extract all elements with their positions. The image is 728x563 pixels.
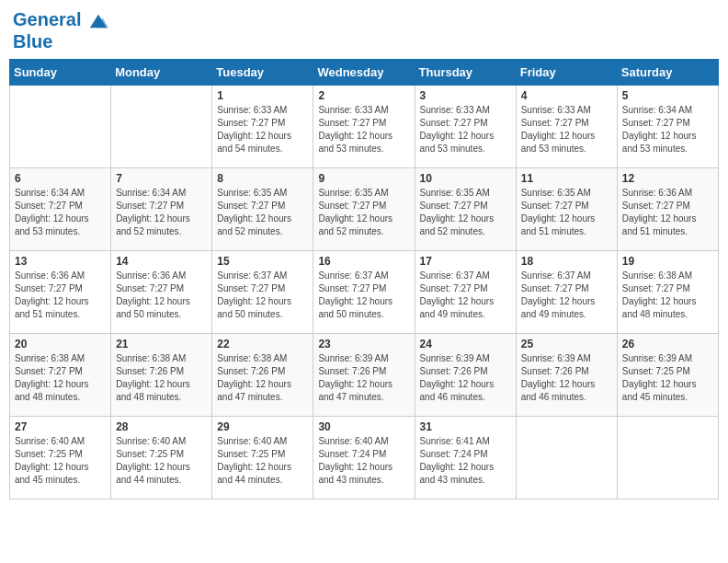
day-number: 15: [217, 255, 308, 268]
page-header: General Blue: [9, 9, 719, 52]
logo-blue: Blue: [13, 31, 108, 52]
calendar-cell: [516, 416, 617, 499]
calendar-cell: 31Sunrise: 6:41 AM Sunset: 7:24 PM Dayli…: [415, 416, 516, 499]
day-info: Sunrise: 6:40 AM Sunset: 7:25 PM Dayligh…: [116, 435, 207, 487]
day-info: Sunrise: 6:39 AM Sunset: 7:26 PM Dayligh…: [521, 352, 612, 404]
day-info: Sunrise: 6:35 AM Sunset: 7:27 PM Dayligh…: [318, 187, 409, 238]
calendar-cell: 5Sunrise: 6:34 AM Sunset: 7:27 PM Daylig…: [617, 85, 718, 167]
day-number: 24: [420, 338, 511, 350]
day-number: 30: [318, 420, 409, 433]
day-info: Sunrise: 6:38 AM Sunset: 7:27 PM Dayligh…: [622, 270, 713, 321]
calendar-cell: 4Sunrise: 6:33 AM Sunset: 7:27 PM Daylig…: [516, 85, 617, 167]
day-info: Sunrise: 6:35 AM Sunset: 7:27 PM Dayligh…: [217, 187, 308, 238]
day-info: Sunrise: 6:37 AM Sunset: 7:27 PM Dayligh…: [318, 270, 409, 321]
day-number: 19: [622, 255, 713, 268]
day-number: 22: [217, 338, 308, 350]
calendar-cell: 27Sunrise: 6:40 AM Sunset: 7:25 PM Dayli…: [10, 416, 111, 499]
calendar-cell: 18Sunrise: 6:37 AM Sunset: 7:27 PM Dayli…: [516, 250, 617, 333]
day-info: Sunrise: 6:40 AM Sunset: 7:25 PM Dayligh…: [217, 435, 308, 487]
day-info: Sunrise: 6:34 AM Sunset: 7:27 PM Dayligh…: [116, 187, 207, 238]
day-info: Sunrise: 6:35 AM Sunset: 7:27 PM Dayligh…: [521, 187, 612, 238]
calendar-cell: 2Sunrise: 6:33 AM Sunset: 7:27 PM Daylig…: [313, 85, 415, 167]
day-number: 18: [521, 255, 612, 268]
day-info: Sunrise: 6:35 AM Sunset: 7:27 PM Dayligh…: [420, 187, 511, 238]
day-number: 20: [15, 338, 106, 350]
calendar-cell: 16Sunrise: 6:37 AM Sunset: 7:27 PM Dayli…: [313, 250, 415, 333]
day-info: Sunrise: 6:39 AM Sunset: 7:26 PM Dayligh…: [420, 352, 511, 404]
day-number: 16: [318, 255, 409, 268]
day-number: 1: [217, 89, 308, 102]
day-number: 10: [420, 172, 511, 185]
day-info: Sunrise: 6:33 AM Sunset: 7:27 PM Dayligh…: [217, 104, 308, 155]
day-number: 9: [318, 172, 409, 185]
calendar-week-1: 1Sunrise: 6:33 AM Sunset: 7:27 PM Daylig…: [10, 85, 719, 167]
day-number: 5: [622, 89, 713, 102]
calendar-cell: 10Sunrise: 6:35 AM Sunset: 7:27 PM Dayli…: [415, 167, 516, 250]
calendar-cell: 23Sunrise: 6:39 AM Sunset: 7:26 PM Dayli…: [313, 333, 415, 416]
day-number: 13: [15, 255, 106, 268]
day-info: Sunrise: 6:39 AM Sunset: 7:25 PM Dayligh…: [622, 352, 713, 404]
calendar-cell: 8Sunrise: 6:35 AM Sunset: 7:27 PM Daylig…: [212, 167, 313, 250]
calendar-cell: 13Sunrise: 6:36 AM Sunset: 7:27 PM Dayli…: [10, 250, 111, 333]
calendar-cell: 26Sunrise: 6:39 AM Sunset: 7:25 PM Dayli…: [617, 333, 718, 416]
calendar-cell: 3Sunrise: 6:33 AM Sunset: 7:27 PM Daylig…: [415, 85, 516, 167]
day-info: Sunrise: 6:33 AM Sunset: 7:27 PM Dayligh…: [420, 104, 511, 155]
day-info: Sunrise: 6:37 AM Sunset: 7:27 PM Dayligh…: [521, 270, 612, 321]
calendar-cell: 22Sunrise: 6:38 AM Sunset: 7:26 PM Dayli…: [212, 333, 313, 416]
logo-text: General: [13, 9, 108, 31]
calendar-cell: 30Sunrise: 6:40 AM Sunset: 7:24 PM Dayli…: [313, 416, 415, 499]
weekday-header-wednesday: Wednesday: [313, 59, 415, 85]
logo-icon: [88, 11, 108, 31]
day-number: 31: [420, 420, 511, 433]
day-info: Sunrise: 6:37 AM Sunset: 7:27 PM Dayligh…: [420, 270, 511, 321]
calendar-cell: 14Sunrise: 6:36 AM Sunset: 7:27 PM Dayli…: [111, 250, 212, 333]
day-info: Sunrise: 6:41 AM Sunset: 7:24 PM Dayligh…: [420, 435, 511, 487]
day-number: 28: [116, 420, 207, 433]
calendar-week-5: 27Sunrise: 6:40 AM Sunset: 7:25 PM Dayli…: [10, 416, 719, 499]
calendar-cell: 12Sunrise: 6:36 AM Sunset: 7:27 PM Dayli…: [617, 167, 718, 250]
day-info: Sunrise: 6:33 AM Sunset: 7:27 PM Dayligh…: [521, 104, 612, 155]
day-info: Sunrise: 6:34 AM Sunset: 7:27 PM Dayligh…: [15, 187, 106, 238]
calendar-cell: 24Sunrise: 6:39 AM Sunset: 7:26 PM Dayli…: [415, 333, 516, 416]
day-number: 2: [318, 89, 409, 102]
day-number: 21: [116, 338, 207, 350]
day-number: 27: [15, 420, 106, 433]
day-number: 6: [15, 172, 106, 185]
day-number: 4: [521, 89, 612, 102]
weekday-header-tuesday: Tuesday: [212, 59, 313, 85]
calendar-cell: 1Sunrise: 6:33 AM Sunset: 7:27 PM Daylig…: [212, 85, 313, 167]
day-info: Sunrise: 6:40 AM Sunset: 7:24 PM Dayligh…: [318, 435, 409, 487]
calendar-cell: 20Sunrise: 6:38 AM Sunset: 7:27 PM Dayli…: [10, 333, 111, 416]
day-info: Sunrise: 6:38 AM Sunset: 7:26 PM Dayligh…: [217, 352, 308, 404]
calendar-cell: 28Sunrise: 6:40 AM Sunset: 7:25 PM Dayli…: [111, 416, 212, 499]
calendar-cell: 6Sunrise: 6:34 AM Sunset: 7:27 PM Daylig…: [10, 167, 111, 250]
day-number: 29: [217, 420, 308, 433]
calendar-cell: 7Sunrise: 6:34 AM Sunset: 7:27 PM Daylig…: [111, 167, 212, 250]
calendar-cell: [111, 85, 212, 167]
day-number: 3: [420, 89, 511, 102]
day-info: Sunrise: 6:34 AM Sunset: 7:27 PM Dayligh…: [622, 104, 713, 155]
calendar-cell: 21Sunrise: 6:38 AM Sunset: 7:26 PM Dayli…: [111, 333, 212, 416]
day-info: Sunrise: 6:36 AM Sunset: 7:27 PM Dayligh…: [15, 270, 106, 321]
weekday-header-sunday: Sunday: [10, 59, 111, 85]
day-info: Sunrise: 6:36 AM Sunset: 7:27 PM Dayligh…: [622, 187, 713, 238]
day-info: Sunrise: 6:38 AM Sunset: 7:26 PM Dayligh…: [116, 352, 207, 404]
day-number: 17: [420, 255, 511, 268]
day-info: Sunrise: 6:40 AM Sunset: 7:25 PM Dayligh…: [15, 435, 106, 487]
calendar-cell: 29Sunrise: 6:40 AM Sunset: 7:25 PM Dayli…: [212, 416, 313, 499]
day-number: 8: [217, 172, 308, 185]
day-number: 12: [622, 172, 713, 185]
calendar-week-4: 20Sunrise: 6:38 AM Sunset: 7:27 PM Dayli…: [10, 333, 719, 416]
weekday-header-thursday: Thursday: [415, 59, 516, 85]
day-info: Sunrise: 6:38 AM Sunset: 7:27 PM Dayligh…: [15, 352, 106, 404]
calendar-cell: 25Sunrise: 6:39 AM Sunset: 7:26 PM Dayli…: [516, 333, 617, 416]
weekday-header-monday: Monday: [111, 59, 212, 85]
day-info: Sunrise: 6:37 AM Sunset: 7:27 PM Dayligh…: [217, 270, 308, 321]
calendar-cell: 17Sunrise: 6:37 AM Sunset: 7:27 PM Dayli…: [415, 250, 516, 333]
day-number: 14: [116, 255, 207, 268]
calendar-week-3: 13Sunrise: 6:36 AM Sunset: 7:27 PM Dayli…: [10, 250, 719, 333]
calendar-cell: 9Sunrise: 6:35 AM Sunset: 7:27 PM Daylig…: [313, 167, 415, 250]
weekday-header-friday: Friday: [516, 59, 617, 85]
day-number: 23: [318, 338, 409, 350]
calendar-cell: 15Sunrise: 6:37 AM Sunset: 7:27 PM Dayli…: [212, 250, 313, 333]
